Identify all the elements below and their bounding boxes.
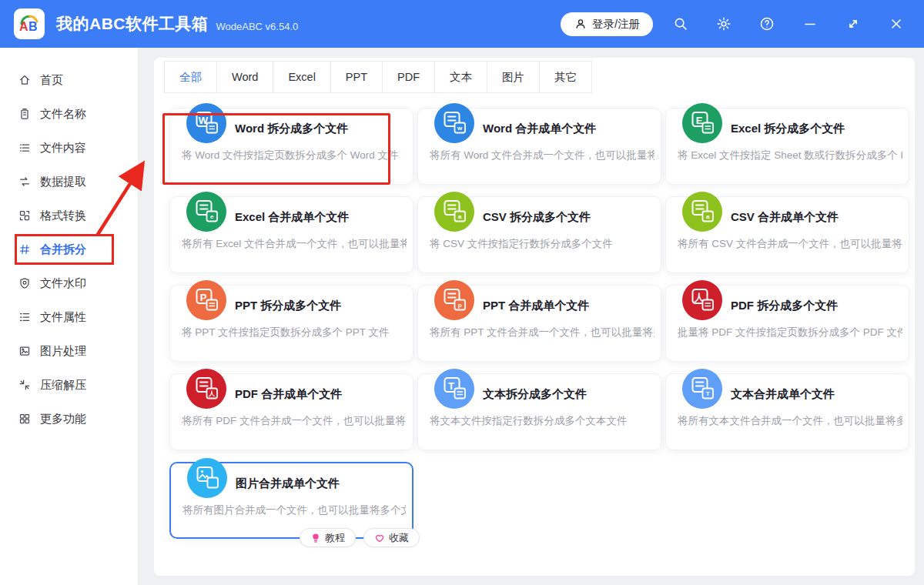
tool-card-text-split[interactable]: T 文本拆分成多个文件 将文本文件按指定行数拆分成多个文本文件 (417, 373, 661, 450)
compress-icon (18, 379, 31, 391)
content-panel: 全部WordExcelPPTPDF文本图片其它 W Word 拆分成多个文件 将… (154, 58, 915, 576)
tab-图片[interactable]: 图片 (487, 61, 540, 93)
tab-文本[interactable]: 文本 (434, 61, 487, 93)
tutorial-button[interactable]: 教程 (300, 528, 356, 547)
merge-split-icon (18, 243, 31, 256)
login-register-label: 登录/注册 (592, 17, 640, 32)
sidebar-item-more-features[interactable]: 更多功能 (0, 402, 138, 436)
sidebar-item-label: 首页 (40, 73, 63, 88)
tab-PDF[interactable]: PDF (382, 61, 435, 93)
tool-card-description: 批量将 PDF 文件按指定页数拆分成多个 PDF 文件 (678, 326, 902, 339)
svg-text:T: T (448, 380, 454, 392)
tool-card-description: 将所有 PDF 文件合并成一个文件，也可以批量将多 (182, 414, 407, 428)
tool-card-title: PDF 拆分成多个文件 (731, 299, 838, 313)
minimize-icon[interactable] (795, 8, 825, 39)
tool-card-ppt-split[interactable]: P PPT 拆分成多个文件 将 PPT 文件按指定页数拆分成多个 PPT 文件 (169, 285, 413, 362)
tab-其它[interactable]: 其它 (539, 61, 592, 93)
sidebar-item-merge-split[interactable]: 合并拆分 (0, 232, 138, 266)
image-merge-icon (186, 457, 228, 499)
sidebar-item-label: 文件内容 (40, 141, 86, 155)
svg-text:p: p (458, 302, 462, 309)
sidebar: 首页 文件名称 文件内容 数据提取 格式转换 合并拆分 文件水印 文件属性 图片… (0, 48, 139, 585)
tool-card-title: Word 拆分成多个文件 (235, 122, 348, 136)
excel-merge-icon: e (186, 191, 227, 232)
file-content-icon (18, 142, 31, 154)
login-register-button[interactable]: 登录/注册 (561, 12, 653, 36)
sidebar-item-data-extract[interactable]: 数据提取 (0, 165, 138, 199)
tool-card-word-merge[interactable]: w Word 合并成单个文件 将所有 Word 文件合并成一个文件，也可以批量将… (417, 108, 661, 185)
category-tabs: 全部WordExcelPPTPDF文本图片其它 (164, 61, 592, 93)
tab-Word[interactable]: Word (216, 61, 273, 93)
search-icon[interactable] (665, 8, 696, 39)
person-icon (574, 17, 588, 31)
svg-text:a: a (458, 213, 462, 220)
file-props-icon (18, 311, 31, 323)
sidebar-item-label: 图片处理 (40, 344, 86, 359)
favorite-button[interactable]: 收藏 (363, 528, 420, 547)
sidebar-item-format-convert[interactable]: 格式转换 (0, 199, 138, 232)
tool-card-csv-split[interactable]: a CSV 拆分成多个文件 将 CSV 文件按指定行数拆分成多个文件 (417, 196, 661, 273)
sidebar-item-compress[interactable]: 压缩解压 (0, 368, 138, 402)
svg-text:w: w (457, 125, 463, 132)
tool-card-description: 将文本文件按指定行数拆分成多个文本文件 (430, 414, 654, 428)
watermark-icon (18, 277, 31, 289)
tool-card-csv-merge[interactable]: a CSV 合并成单个文件 将所有 CSV 文件合并成一个文件，也可以批量将多 (665, 196, 909, 273)
tool-card-title: Excel 拆分成多个文件 (731, 122, 845, 136)
svg-text:T: T (706, 390, 710, 397)
help-icon[interactable] (752, 8, 782, 39)
close-icon[interactable] (881, 8, 912, 39)
word-merge-icon: w (434, 102, 475, 144)
svg-text:a: a (706, 213, 710, 220)
tool-card-description: 将 Word 文件按指定页数拆分成多个 Word 文件 (182, 149, 407, 162)
tool-card-title: Word 合并成单个文件 (483, 122, 596, 136)
csv-split-icon: a (434, 191, 475, 232)
svg-text:B: B (28, 20, 38, 33)
sidebar-item-file-content[interactable]: 文件内容 (0, 131, 138, 165)
tool-card-description: 将所有 PPT 文件合并成一个文件，也可以批量将多 (430, 326, 654, 339)
tutorial-bulb-icon (310, 533, 321, 543)
tool-card-title: PPT 拆分成多个文件 (235, 299, 341, 313)
tool-card-word-split[interactable]: W Word 拆分成多个文件 将 Word 文件按指定页数拆分成多个 Word … (169, 108, 413, 185)
app-title: 我的ABC软件工具箱 (56, 13, 209, 35)
pdf-split-icon: 人 (681, 279, 723, 321)
tool-card-description: 将 Excel 文件按指定 Sheet 数或行数拆分成多个 Exc (678, 149, 902, 162)
tool-card-image-merge[interactable]: 图片合并成单个文件 将所有图片合并成一个文件，也可以批量将多个文 教程收藏 (169, 462, 413, 539)
svg-text:A: A (19, 20, 28, 33)
svg-text:P: P (200, 292, 207, 303)
tab-Excel[interactable]: Excel (273, 61, 330, 93)
tool-card-title: CSV 拆分成多个文件 (483, 210, 591, 225)
sidebar-item-image-process[interactable]: 图片处理 (0, 334, 138, 368)
tool-card-ppt-merge[interactable]: p PPT 合并成单个文件 将所有 PPT 文件合并成一个文件，也可以批量将多 (417, 285, 661, 362)
tool-card-excel-merge[interactable]: e Excel 合并成单个文件 将所有 Excel 文件合并成一个文件，也可以批… (169, 196, 413, 273)
sidebar-item-label: 数据提取 (40, 175, 86, 189)
text-merge-icon: T (681, 368, 723, 410)
ppt-split-icon: P (186, 279, 227, 321)
tool-card-description: 将所有 CSV 文件合并成一个文件，也可以批量将多 (678, 237, 902, 251)
resize-icon[interactable] (838, 8, 869, 39)
sidebar-item-file-name[interactable]: 文件名称 (0, 97, 138, 131)
tool-card-title: 图片合并成单个文件 (236, 476, 340, 491)
tab-PPT[interactable]: PPT (330, 61, 383, 93)
tool-card-pdf-split[interactable]: 人 PDF 拆分成多个文件 批量将 PDF 文件按指定页数拆分成多个 PDF 文… (665, 285, 909, 362)
sidebar-item-watermark[interactable]: 文件水印 (0, 266, 138, 300)
sidebar-item-label: 格式转换 (40, 209, 86, 223)
sidebar-item-label: 合并拆分 (40, 242, 86, 257)
svg-text:人: 人 (208, 390, 215, 397)
sidebar-item-file-props[interactable]: 文件属性 (0, 300, 138, 334)
svg-text:E: E (696, 115, 703, 126)
tool-card-text-merge[interactable]: T 文本合并成单个文件 将所有文本文件合并成一个文件，也可以批量将多 (665, 373, 909, 450)
pdf-merge-icon: 人 (186, 368, 227, 410)
sidebar-item-home[interactable]: 首页 (0, 63, 138, 97)
sidebar-item-label: 文件名称 (40, 107, 86, 122)
settings-gear-icon[interactable] (708, 8, 739, 39)
ppt-merge-icon: p (434, 279, 475, 321)
data-extract-icon (18, 176, 31, 188)
tool-card-excel-split[interactable]: E Excel 拆分成多个文件 将 Excel 文件按指定 Sheet 数或行数… (665, 108, 909, 185)
file-name-icon (18, 108, 31, 120)
tool-card-description: 将所有 Excel 文件合并成一个文件，也可以批量将多 (182, 237, 407, 251)
tool-card-pdf-merge[interactable]: 人 PDF 合并成单个文件 将所有 PDF 文件合并成一个文件，也可以批量将多 (169, 373, 413, 450)
tab-全部[interactable]: 全部 (164, 61, 217, 93)
sidebar-item-label: 文件属性 (40, 310, 86, 325)
tool-card-description: 将所有图片合并成一个文件，也可以批量将多个文 (182, 503, 406, 517)
tool-card-title: PPT 合并成单个文件 (483, 299, 589, 313)
